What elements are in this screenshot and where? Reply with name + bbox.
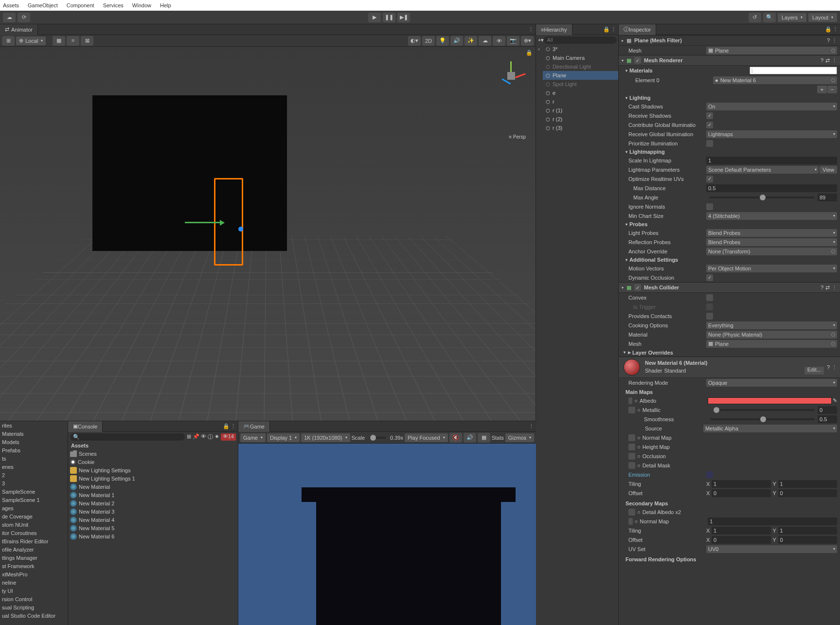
folder-item[interactable]: ttings Manager: [0, 554, 68, 562]
tab-menu-icon[interactable]: ⋮: [231, 423, 236, 429]
asset-item[interactable]: New Material 2: [68, 499, 238, 507]
folder-item[interactable]: neline: [0, 578, 68, 587]
menu-icon[interactable]: ⋮: [832, 364, 837, 371]
skybox-toggle-icon[interactable]: ☁: [479, 36, 491, 46]
orientation-gizmo[interactable]: [497, 61, 526, 90]
probes-section[interactable]: Probes: [619, 220, 840, 228]
normalmap2-slot[interactable]: [628, 518, 633, 525]
pause-button[interactable]: ❚❚: [383, 13, 395, 22]
play-focused-dropdown[interactable]: Play Focused: [405, 433, 448, 442]
offset-x[interactable]: [712, 489, 770, 497]
coll-mesh-field[interactable]: ▦ Plane: [706, 340, 837, 348]
folder-item[interactable]: 2: [0, 471, 68, 479]
tiling2-x[interactable]: [712, 527, 770, 535]
opt-rt-checkbox[interactable]: ✓: [706, 176, 713, 182]
visibility-icon[interactable]: 👁: [493, 36, 505, 46]
asset-item[interactable]: Cookie: [68, 458, 238, 466]
tiling2-y[interactable]: [778, 527, 837, 535]
remove-material-button[interactable]: −: [827, 86, 837, 93]
albedo-color[interactable]: [708, 397, 832, 404]
emission-checkbox[interactable]: [706, 471, 713, 478]
folder-item[interactable]: ofile Analyzer: [0, 545, 68, 554]
asset-item[interactable]: New Material 5: [68, 524, 238, 532]
folder-item[interactable]: stom NUnit: [0, 520, 68, 529]
mesh-field[interactable]: ▦ Plane: [706, 47, 837, 54]
metallic-field[interactable]: [818, 406, 837, 414]
folder-item[interactable]: rsion Control: [0, 595, 68, 603]
menu-component[interactable]: Component: [67, 2, 94, 8]
hierarchy-item[interactable]: ⬡e: [543, 89, 618, 97]
albedo-map-slot[interactable]: [628, 397, 632, 404]
vsync-icon[interactable]: 🔊: [464, 433, 476, 443]
tab-menu-icon[interactable]: ⋮: [833, 26, 838, 33]
persp-label[interactable]: ≡ Persp: [509, 134, 526, 140]
folder-item[interactable]: SampleScene: [0, 487, 68, 496]
hierarchy-item[interactable]: ⬡Plane: [543, 71, 618, 80]
display-dropdown[interactable]: Display 1: [267, 433, 300, 442]
min-chart-dropdown[interactable]: 4 (Stitchable): [706, 212, 837, 220]
scale-lm-field[interactable]: [706, 157, 837, 164]
materials-section[interactable]: Materials: [619, 66, 840, 75]
mute-icon[interactable]: 🔇: [449, 433, 462, 443]
lock-icon[interactable]: 🔒: [825, 26, 832, 33]
snap-icon[interactable]: ⌗: [67, 36, 79, 46]
smoothness-field[interactable]: [818, 415, 837, 423]
error-badge[interactable]: 👁14: [221, 433, 236, 441]
edit-shader-button[interactable]: Edit...: [804, 367, 824, 375]
audio-toggle-icon[interactable]: 🔊: [450, 36, 463, 46]
folder-item[interactable]: tBrains Rider Editor: [0, 537, 68, 545]
help-icon[interactable]: ?: [821, 57, 823, 64]
resolution-dropdown[interactable]: 1K (1920x1080): [301, 433, 350, 442]
grid-icon[interactable]: ▦: [53, 36, 65, 46]
view-button[interactable]: View: [820, 166, 837, 174]
shader-dropdown[interactable]: Standard: [664, 368, 802, 374]
uvset-dropdown[interactable]: UV0: [706, 545, 837, 553]
tab-menu-icon[interactable]: ⋮: [611, 26, 616, 33]
hierarchy-tab[interactable]: ≡ Hierarchy: [536, 24, 572, 35]
asset-item[interactable]: New Lighting Settings: [68, 466, 238, 474]
folder-item[interactable]: ages: [0, 504, 68, 512]
scene-lock-icon[interactable]: 🔒: [526, 50, 533, 56]
occlusion-slot[interactable]: [628, 453, 635, 460]
layers-dropdown[interactable]: Layers: [778, 13, 806, 22]
mesh-collider-header[interactable]: Mesh Collider: [644, 285, 679, 290]
folder-item[interactable]: enes: [0, 463, 68, 471]
hierarchy-item[interactable]: ⬡r (2): [543, 115, 618, 124]
hierarchy-item[interactable]: ⬡Directional Light: [543, 62, 618, 71]
folder-item[interactable]: rites: [0, 421, 68, 429]
motion-vec-dropdown[interactable]: Per Object Motion: [706, 265, 837, 272]
gizmos-dropdown[interactable]: Gizmos: [505, 433, 534, 442]
hierarchy-item[interactable]: ⬡r (1): [543, 106, 618, 115]
max-angle-field[interactable]: [818, 194, 837, 201]
fx-toggle-icon[interactable]: ✨: [465, 36, 477, 46]
prioritize-checkbox[interactable]: [706, 140, 713, 147]
max-angle-slider[interactable]: [709, 196, 815, 198]
local-dropdown[interactable]: ⊕ Local: [16, 36, 46, 45]
detailmask-slot[interactable]: [628, 462, 635, 469]
move-gizmo-z[interactable]: [238, 227, 243, 232]
eye-icon[interactable]: 👁: [201, 433, 206, 441]
add-material-button[interactable]: +: [817, 86, 827, 93]
detail-albedo-slot[interactable]: [628, 509, 635, 516]
gizmos-dropdown-icon[interactable]: ⊕▾: [521, 36, 534, 46]
convex-checkbox[interactable]: [706, 294, 713, 301]
dyn-occl-checkbox[interactable]: ✓: [706, 274, 713, 281]
menu-gameobject[interactable]: GameObject: [28, 2, 58, 8]
folder-item[interactable]: sual Scripting: [0, 603, 68, 611]
folder-item[interactable]: ual Studio Code Editor: [0, 611, 68, 620]
info-icon[interactable]: ⓘ: [208, 433, 213, 441]
tiling-y[interactable]: [778, 480, 837, 488]
folder-item[interactable]: xtMeshPro: [0, 570, 68, 578]
cast-shadows-dropdown[interactable]: On: [706, 103, 837, 110]
help-icon[interactable]: ?: [827, 37, 830, 44]
source-dropdown[interactable]: Metallic Alpha: [703, 425, 837, 432]
menu-icon[interactable]: ⋮: [832, 285, 837, 291]
menu-assets[interactable]: Assets: [3, 2, 19, 8]
lock-icon[interactable]: 🔒: [223, 423, 230, 429]
light-toggle-icon[interactable]: 💡: [436, 36, 449, 46]
preset-icon[interactable]: ⇄: [825, 57, 830, 64]
ignore-normals-checkbox[interactable]: [706, 203, 713, 210]
filter-icon[interactable]: ⊞: [187, 433, 191, 441]
hierarchy-item[interactable]: ⬡Main Camera: [543, 54, 618, 62]
play-button[interactable]: ▶: [368, 13, 381, 22]
